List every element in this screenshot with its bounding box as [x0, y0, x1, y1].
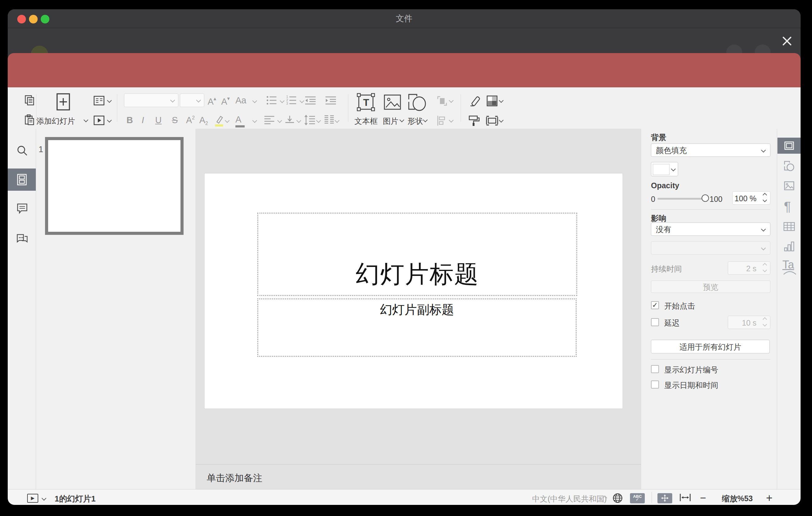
decrease-indent-icon[interactable] [304, 95, 316, 105]
language-selector[interactable]: 中文(中华人民共和国) [532, 494, 607, 504]
effect-type-dropdown[interactable] [651, 241, 770, 255]
zoom-in-button[interactable]: + [766, 492, 773, 505]
highlight-color-icon[interactable] [213, 114, 224, 127]
image-button[interactable]: 图片 [383, 116, 398, 126]
image-settings-icon[interactable] [783, 180, 795, 192]
scheme-chevron-icon[interactable] [499, 98, 504, 103]
table-settings-icon[interactable] [783, 221, 795, 232]
opacity-input[interactable]: 100 % [732, 191, 770, 205]
slide[interactable]: 幻灯片标题 幻灯片副标题 [205, 173, 622, 409]
strikeout-icon[interactable]: S [172, 115, 178, 125]
effect-dropdown[interactable]: 没有 [651, 223, 770, 236]
line-spacing-icon[interactable] [304, 114, 316, 125]
subtitle-placeholder[interactable]: 幻灯片副标题 [257, 298, 577, 357]
increase-font-icon[interactable]: A▴ [208, 95, 216, 107]
align-chevron-icon[interactable] [449, 118, 454, 123]
shape-chevron-icon[interactable] [423, 118, 428, 122]
spellcheck-icon[interactable]: ABC ✓ [630, 493, 645, 503]
opacity-slider-track[interactable] [658, 198, 705, 200]
duration-input[interactable]: 2 s [728, 261, 770, 275]
columns-chevron-icon[interactable] [335, 118, 340, 123]
arrange-shape-icon[interactable] [436, 95, 448, 107]
bullet-chevron-icon[interactable] [280, 98, 285, 104]
slide-settings-tab-active[interactable] [778, 138, 801, 154]
fit-to-slide-icon[interactable] [658, 493, 672, 503]
line-spacing-chevron-icon[interactable] [316, 118, 321, 123]
bullet-list-icon[interactable] [266, 95, 277, 105]
numbered-chevron-icon[interactable] [299, 98, 304, 104]
spellcheck-language-icon[interactable] [612, 492, 624, 504]
h-align-chevron-icon[interactable] [277, 118, 282, 123]
add-slide-button[interactable]: 添加幻灯片 [36, 116, 75, 126]
reset-slide-icon[interactable] [468, 95, 481, 107]
slide-size-icon[interactable] [485, 114, 499, 127]
start-slideshow-icon[interactable] [93, 114, 105, 126]
font-size-combo[interactable] [180, 93, 204, 107]
numbered-list-icon[interactable]: 123 [286, 95, 297, 105]
paragraph-settings-icon[interactable]: ¶ [784, 199, 791, 214]
slideshow-chevron-icon[interactable] [107, 118, 112, 123]
copy-style-icon[interactable] [467, 114, 480, 127]
title-placeholder[interactable]: 幻灯片标题 [257, 212, 577, 296]
close-icon[interactable] [781, 35, 793, 47]
show-date-checkbox[interactable] [651, 380, 659, 389]
preview-button[interactable]: 预览 [651, 281, 770, 293]
slide-canvas[interactable]: 幻灯片标题 幻灯片副标题 [196, 129, 641, 464]
increase-indent-icon[interactable] [325, 95, 337, 105]
bold-icon[interactable]: B [126, 115, 133, 125]
start-slideshow-status-icon[interactable]: ▶ [27, 494, 38, 503]
change-case-icon[interactable]: Aa [235, 95, 246, 106]
delay-input[interactable]: 10 s [728, 316, 770, 329]
opacity-slider-thumb[interactable] [701, 194, 709, 202]
font-color-chevron-icon[interactable] [252, 118, 257, 123]
shape-icon[interactable] [408, 93, 427, 112]
shape-button[interactable]: 形状 [408, 116, 423, 126]
chat-icon[interactable] [16, 232, 28, 245]
slideshow-status-chevron-icon[interactable] [42, 496, 47, 501]
align-shape-icon[interactable] [436, 114, 448, 127]
arrange-chevron-icon[interactable] [449, 98, 454, 103]
slide-size-chevron-icon[interactable] [499, 118, 504, 123]
fill-color-swatch[interactable] [651, 162, 678, 176]
text-box-button[interactable]: 文本框 [354, 116, 378, 126]
background-fill-dropdown[interactable]: 颜色填充 [651, 144, 770, 157]
italic-icon[interactable]: I [142, 115, 144, 125]
add-slide-icon[interactable] [56, 93, 71, 111]
vertical-align-icon[interactable] [284, 115, 295, 125]
color-scheme-icon[interactable] [485, 94, 499, 108]
font-color-icon[interactable]: A [235, 114, 245, 127]
show-slide-number-checkbox[interactable] [651, 365, 659, 373]
case-chevron-icon[interactable] [252, 98, 257, 104]
highlight-chevron-icon[interactable] [225, 118, 230, 123]
start-on-click-checkbox[interactable]: ✓ [651, 301, 659, 309]
search-icon[interactable] [16, 144, 28, 157]
font-name-combo[interactable] [124, 93, 178, 107]
copy-icon[interactable] [24, 94, 35, 106]
notes-placeholder[interactable]: 单击添加备注 [207, 472, 262, 485]
image-chevron-icon[interactable] [400, 118, 404, 122]
underline-icon[interactable]: U [155, 115, 162, 125]
superscript-icon[interactable]: A2 [186, 115, 195, 125]
slides-panel-tab-active[interactable] [8, 169, 36, 191]
horizontal-align-icon[interactable] [264, 115, 275, 125]
slide-layout-icon[interactable] [93, 94, 105, 107]
apply-to-all-button[interactable]: 适用于所有幻灯片 [651, 340, 770, 353]
decrease-font-icon[interactable]: A▾ [221, 95, 230, 107]
fit-to-width-icon[interactable] [679, 493, 691, 502]
zoom-out-button[interactable]: − [700, 492, 706, 504]
shape-settings-icon[interactable] [783, 160, 795, 172]
paste-icon[interactable] [24, 114, 35, 125]
layout-chevron-icon[interactable] [107, 98, 112, 103]
v-align-chevron-icon[interactable] [296, 118, 301, 123]
add-slide-chevron-icon[interactable] [84, 118, 89, 122]
text-box-icon[interactable]: T [356, 92, 376, 112]
subscript-icon[interactable]: A2 [199, 115, 208, 126]
text-art-settings-icon[interactable]: Ta [782, 258, 794, 271]
slide-thumbnail[interactable] [45, 137, 183, 235]
delay-checkbox[interactable] [651, 318, 659, 326]
image-icon[interactable] [383, 93, 402, 112]
notes-area[interactable]: 单击添加备注 [196, 464, 641, 489]
comments-icon[interactable] [16, 202, 28, 214]
columns-icon[interactable] [324, 114, 335, 125]
chart-settings-icon[interactable] [783, 240, 795, 253]
